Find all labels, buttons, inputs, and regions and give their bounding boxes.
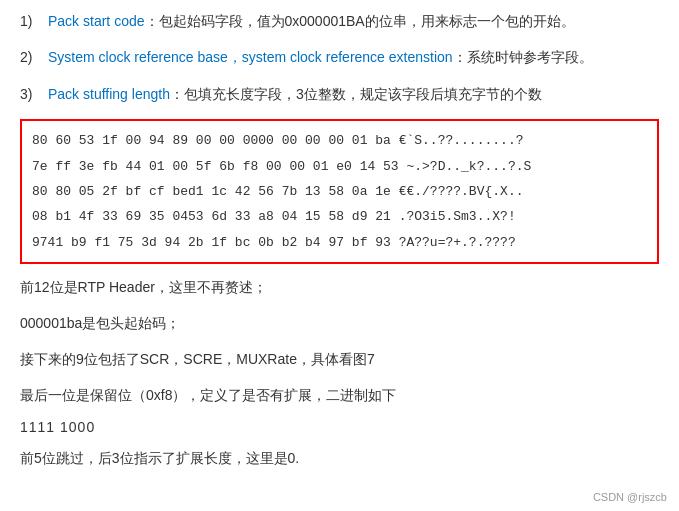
item-text-2: System clock reference base，system clock… — [48, 46, 659, 68]
hex-line-2: 7e ff 3e fb 44 01 00 5f 6b f8 00 00 01 e… — [32, 155, 647, 178]
paragraph-1: 前12位是RTP Header，这里不再赘述； — [20, 276, 659, 300]
hex-line-4: 08 b1 4f 33 69 35 0453 6d 33 a8 04 15 58… — [32, 205, 647, 228]
item-number-1: 1) — [20, 10, 48, 32]
paragraph-4: 最后一位是保留位（0xf8），定义了是否有扩展，二进制如下 — [20, 384, 659, 408]
item-number-2: 2) — [20, 46, 48, 68]
item-number-3: 3) — [20, 83, 48, 105]
paragraph-3: 接下来的9位包括了SCR，SCRE，MUXRate，具体看图7 — [20, 348, 659, 372]
binary-value: 1111 1000 — [20, 419, 659, 435]
keyword-3: Pack stuffing length — [48, 86, 170, 102]
paragraph-5: 前5位跳过，后3位指示了扩展长度，这里是0. — [20, 447, 659, 471]
item-text-1: Pack start code：包起始码字段，值为0x000001BA的位串，用… — [48, 10, 659, 32]
hex-line-5: 9741 b9 f1 75 3d 94 2b 1f bc 0b b2 b4 97… — [32, 231, 647, 254]
description-3: ：包填充长度字段，3位整数，规定该字段后填充字节的个数 — [170, 86, 542, 102]
hex-line-3: 80 80 05 2f bf cf bed1 1c 42 56 7b 13 58… — [32, 180, 647, 203]
item-text-3: Pack stuffing length：包填充长度字段，3位整数，规定该字段后… — [48, 83, 659, 105]
keyword-1: Pack start code — [48, 13, 145, 29]
main-content: 1) Pack start code：包起始码字段，值为0x000001BA的位… — [20, 10, 659, 471]
paragraph-2: 000001ba是包头起始码； — [20, 312, 659, 336]
watermark: CSDN @rjszcb — [593, 491, 667, 503]
description-1: ：包起始码字段，值为0x000001BA的位串，用来标志一个包的开始。 — [145, 13, 575, 29]
keyword-2: System clock reference base，system clock… — [48, 49, 453, 65]
list-item: 1) Pack start code：包起始码字段，值为0x000001BA的位… — [20, 10, 659, 32]
list-item: 3) Pack stuffing length：包填充长度字段，3位整数，规定该… — [20, 83, 659, 105]
hex-data-box: 80 60 53 1f 00 94 89 00 00 0000 00 00 00… — [20, 119, 659, 264]
description-2: ：系统时钟参考字段。 — [453, 49, 593, 65]
hex-line-1: 80 60 53 1f 00 94 89 00 00 0000 00 00 00… — [32, 129, 647, 152]
list-item: 2) System clock reference base，system cl… — [20, 46, 659, 68]
